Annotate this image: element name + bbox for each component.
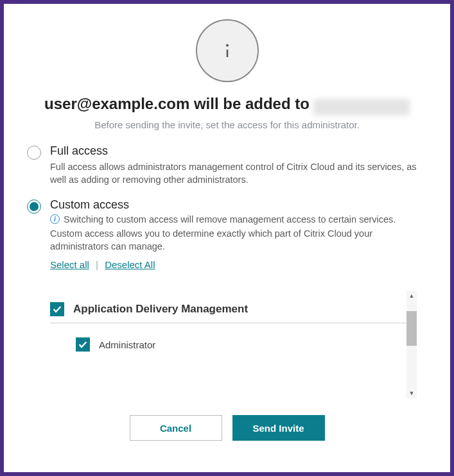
option-full-access[interactable]: Full access Full access allows administr… [27, 144, 427, 187]
svg-point-0 [226, 44, 229, 47]
role-checkbox[interactable] [76, 337, 90, 352]
select-all-link[interactable]: Select all [50, 259, 89, 270]
scroll-up-icon[interactable]: ▲ [406, 291, 417, 301]
option-custom-access[interactable]: Custom access i Switching to custom acce… [27, 198, 427, 271]
scrollbar-thumb[interactable] [406, 311, 417, 346]
option-custom-desc: Custom access allows you to determine ex… [50, 227, 427, 253]
modal-title-row: user@example.com will be added to [27, 95, 427, 119]
role-row[interactable]: Administrator [50, 323, 410, 352]
scroll-down-icon[interactable]: ▼ [406, 388, 417, 398]
modal-subtitle: Before sending the invite, set the acces… [27, 119, 427, 130]
option-full-title: Full access [50, 144, 427, 158]
radio-custom-access[interactable] [27, 200, 41, 214]
info-badge-icon: i [50, 214, 60, 224]
info-icon [196, 19, 259, 82]
select-links: Select all | Deselect All [50, 259, 427, 270]
button-row: Cancel Send Invite [27, 415, 427, 441]
modal-title: user@example.com will be added to [44, 95, 310, 113]
add-administrator-modal: user@example.com will be added to Before… [4, 4, 450, 472]
service-checkbox[interactable] [50, 302, 64, 316]
option-full-desc: Full access allows administrators manage… [50, 160, 427, 187]
deselect-all-link[interactable]: Deselect All [105, 259, 155, 270]
option-custom-title: Custom access [50, 198, 427, 212]
role-name: Administrator [99, 339, 155, 350]
send-invite-button[interactable]: Send Invite [232, 415, 325, 441]
org-name-redacted [313, 99, 410, 115]
services-scroll-area: Application Delivery Management Administ… [50, 291, 427, 398]
service-name: Application Delivery Management [73, 303, 248, 316]
radio-full-access[interactable] [27, 146, 41, 160]
custom-info-line: i Switching to custom access will remove… [50, 214, 427, 225]
service-row[interactable]: Application Delivery Management [50, 291, 410, 323]
cancel-button[interactable]: Cancel [130, 415, 222, 441]
custom-info-text: Switching to custom access will remove m… [64, 214, 396, 225]
scrollbar[interactable]: ▲ ▼ [406, 291, 417, 398]
